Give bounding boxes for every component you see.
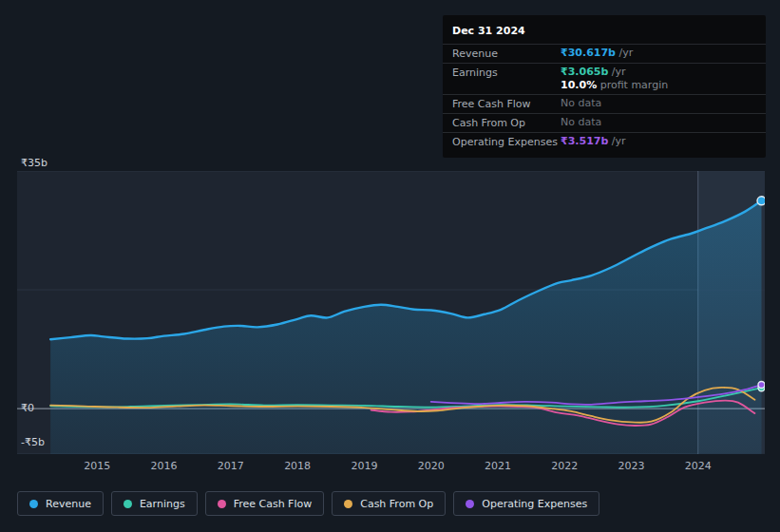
opex-legend-dot-icon [466, 500, 474, 508]
legend-label-earnings: Earnings [140, 498, 185, 510]
x-tick-label: 2018 [284, 460, 311, 472]
tooltip-label-revenue: Revenue [452, 47, 561, 61]
x-tick-label: 2023 [618, 460, 644, 472]
revenue-value: ₹30.617b [561, 47, 616, 59]
earnings-value: ₹3.065b [561, 66, 608, 78]
x-tick-label: 2016 [151, 460, 178, 472]
x-tick-label: 2020 [418, 460, 445, 472]
revenue-legend-dot-icon [29, 500, 38, 508]
tooltip-label-opex: Operating Expenses [452, 135, 561, 149]
y-tick-label: ₹0 [21, 402, 34, 415]
x-tick-label: 2015 [84, 460, 110, 472]
earnings-value-line: ₹3.065b /yr [561, 66, 668, 79]
chart-tooltip: Dec 31 2024 Revenue ₹30.617b /yr Earning… [443, 15, 766, 158]
tooltip-label-cashop: Cash From Op [452, 116, 561, 130]
x-axis-labels: 2015201620172018201920202021202220232024 [17, 460, 765, 475]
tooltip-label-fcf: Free Cash Flow [452, 97, 561, 111]
tooltip-label-earnings: Earnings [452, 66, 561, 80]
earnings-legend-dot-icon [124, 500, 132, 508]
fcf-value: No data [561, 97, 601, 109]
profit-margin-value: 10.0% [561, 79, 597, 91]
earnings-unit: /yr [608, 66, 625, 78]
legend-label-opex: Operating Expenses [482, 498, 587, 510]
chart-canvas[interactable] [17, 171, 765, 454]
legend-item-operating-expenses[interactable]: Operating Expenses [453, 491, 599, 516]
legend-item-revenue[interactable]: Revenue [17, 491, 104, 516]
opex-unit: /yr [608, 135, 625, 147]
opex-value: ₹3.517b [561, 135, 608, 147]
profit-margin-line: 10.0% profit margin [561, 79, 668, 92]
tooltip-row-cash-from-op: Cash From Op No data [443, 113, 766, 132]
legend-label-revenue: Revenue [46, 498, 91, 510]
legend-label-cashop: Cash From Op [360, 498, 433, 510]
legend-item-cash-from-op[interactable]: Cash From Op [332, 491, 446, 516]
financial-history-panel: ₹35b₹0-₹5b 20152016201720182019202020212… [0, 0, 780, 532]
x-tick-label: 2019 [351, 460, 377, 472]
tooltip-value-earnings: ₹3.065b /yr 10.0% profit margin [561, 66, 668, 92]
tooltip-value-revenue: ₹30.617b /yr [561, 47, 633, 60]
revenue-unit: /yr [616, 47, 633, 59]
tooltip-row-operating-expenses: Operating Expenses ₹3.517b /yr [443, 132, 766, 151]
cashop-legend-dot-icon [344, 500, 352, 508]
fcf-legend-dot-icon [218, 500, 226, 508]
legend-label-fcf: Free Cash Flow [234, 498, 313, 510]
y-tick-label: -₹5b [21, 436, 45, 449]
cashop-value: No data [561, 116, 601, 128]
x-tick-label: 2022 [551, 460, 578, 472]
x-tick-label: 2021 [485, 460, 511, 472]
profit-margin-label: profit margin [597, 79, 668, 91]
chart-legend: Revenue Earnings Free Cash Flow Cash Fro… [17, 491, 599, 516]
x-tick-label: 2024 [685, 460, 712, 472]
tooltip-row-free-cash-flow: Free Cash Flow No data [443, 94, 766, 113]
tooltip-date: Dec 31 2024 [443, 20, 766, 44]
y-tick-label: ₹35b [21, 157, 48, 170]
tooltip-row-earnings: Earnings ₹3.065b /yr 10.0% profit margin [443, 63, 766, 94]
x-tick-label: 2017 [218, 460, 244, 472]
tooltip-row-revenue: Revenue ₹30.617b /yr [443, 44, 766, 63]
financial-history-chart[interactable] [17, 171, 765, 454]
legend-item-earnings[interactable]: Earnings [111, 491, 198, 516]
legend-item-free-cash-flow[interactable]: Free Cash Flow [205, 491, 325, 516]
